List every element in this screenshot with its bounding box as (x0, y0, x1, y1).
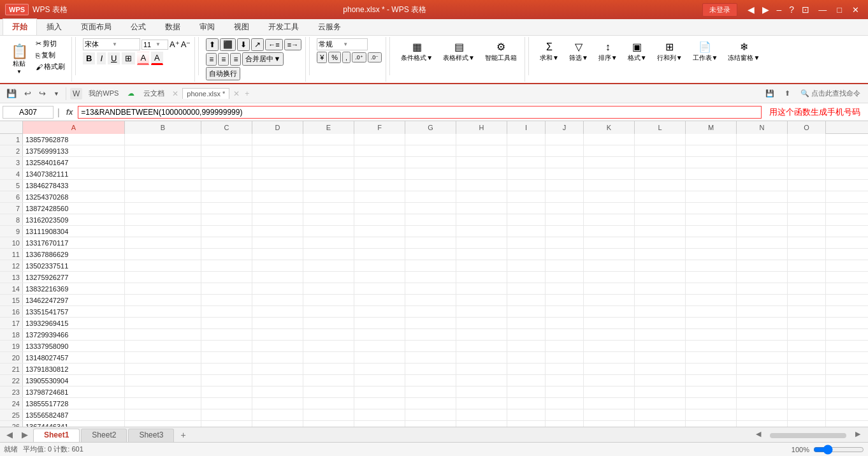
win-min-btn[interactable]: — (814, 4, 830, 16)
question-icon[interactable]: ? (786, 3, 797, 16)
table-row[interactable]: 1513462247297 (0, 295, 868, 306)
cell-empty[interactable] (507, 237, 546, 248)
bold-button[interactable]: B (83, 52, 95, 64)
zoom-slider[interactable] (813, 445, 864, 455)
cell-empty[interactable] (456, 283, 507, 294)
cell-empty[interactable] (546, 329, 584, 340)
cell-empty[interactable] (546, 318, 584, 328)
cell-empty[interactable] (635, 260, 686, 271)
cell-empty[interactable] (405, 237, 456, 248)
italic-button[interactable]: I (97, 52, 106, 64)
cell-empty[interactable] (201, 180, 252, 191)
cell-empty[interactable] (405, 203, 456, 214)
cell-empty[interactable] (686, 364, 737, 374)
cell-empty[interactable] (584, 283, 635, 294)
align-middle-btn[interactable]: ⬛ (220, 38, 236, 51)
cell-empty[interactable] (584, 203, 635, 214)
cell-empty[interactable] (788, 237, 826, 248)
cell-empty[interactable] (737, 375, 788, 386)
cell-empty[interactable] (405, 352, 456, 363)
cell-empty[interactable] (788, 272, 826, 283)
cell-empty[interactable] (125, 364, 201, 374)
cell-a-6[interactable]: 13254370268 (23, 191, 125, 202)
nav-right-icon[interactable]: ▶ (760, 3, 772, 16)
cell-empty[interactable] (507, 203, 546, 214)
cell-empty[interactable] (456, 168, 507, 179)
cell-empty[interactable] (456, 180, 507, 191)
cell-a-16[interactable]: 13351541757 (23, 306, 125, 317)
cell-empty[interactable] (125, 226, 201, 237)
cell-empty[interactable] (635, 237, 686, 248)
cell-empty[interactable] (507, 318, 546, 328)
cell-empty[interactable] (201, 364, 252, 374)
cell-empty[interactable] (456, 398, 507, 409)
border-button[interactable]: ⊞ (122, 52, 135, 64)
cell-empty[interactable] (737, 329, 788, 340)
cell-empty[interactable] (788, 249, 826, 260)
cell-empty[interactable] (788, 283, 826, 294)
cell-empty[interactable] (354, 341, 405, 351)
cell-empty[interactable] (201, 421, 252, 427)
cell-empty[interactable] (584, 168, 635, 179)
redo-icon[interactable]: ↪ (36, 87, 48, 99)
cell-empty[interactable] (456, 191, 507, 202)
cell-empty[interactable] (201, 226, 252, 237)
table-row[interactable]: 1813729939466 (0, 329, 868, 341)
cell-empty[interactable] (737, 341, 788, 351)
cell-empty[interactable] (788, 134, 826, 145)
table-row[interactable]: 813162023509 (0, 214, 868, 226)
table-row[interactable]: 313258401647 (0, 157, 868, 168)
cell-empty[interactable] (584, 214, 635, 225)
cell-empty[interactable] (252, 318, 303, 328)
cell-empty[interactable] (456, 364, 507, 374)
cell-empty[interactable] (303, 226, 354, 237)
cell-a-19[interactable]: 13337958090 (23, 341, 125, 351)
cell-empty[interactable] (125, 272, 201, 283)
cell-empty[interactable] (584, 260, 635, 271)
align-bottom-btn[interactable]: ⬇ (237, 38, 250, 51)
table-row[interactable]: 1013317670117 (0, 237, 868, 249)
font-decrease-btn[interactable]: A⁻ (181, 40, 191, 49)
cell-empty[interactable] (788, 191, 826, 202)
tab-data[interactable]: 数据 (156, 18, 190, 35)
cell-empty[interactable] (456, 318, 507, 328)
cell-empty[interactable] (252, 180, 303, 191)
tab-start[interactable]: 开始 (3, 18, 37, 35)
cell-empty[interactable] (686, 180, 737, 191)
cell-empty[interactable] (584, 157, 635, 168)
cell-empty[interactable] (303, 134, 354, 145)
table-row[interactable]: 1313275926277 (0, 272, 868, 283)
cell-empty[interactable] (303, 341, 354, 351)
cell-empty[interactable] (635, 318, 686, 328)
cell-empty[interactable] (635, 283, 686, 294)
cell-empty[interactable] (546, 421, 584, 427)
cell-empty[interactable] (252, 409, 303, 420)
cell-empty[interactable] (201, 398, 252, 409)
cell-empty[interactable] (201, 295, 252, 305)
align-center-btn[interactable]: ≡ (218, 53, 229, 66)
cell-empty[interactable] (737, 318, 788, 328)
cell-empty[interactable] (252, 398, 303, 409)
cell-empty[interactable] (737, 306, 788, 317)
cloud-icon[interactable]: ☁ (125, 88, 137, 99)
logo-small-icon[interactable]: W (70, 88, 82, 99)
cell-empty[interactable] (737, 283, 788, 294)
cell-a-2[interactable]: 13756999133 (23, 145, 125, 156)
cell-empty[interactable] (788, 306, 826, 317)
table-row[interactable]: 1213502337511 (0, 260, 868, 272)
cell-a-10[interactable]: 13317670117 (23, 237, 125, 248)
cell-empty[interactable] (507, 191, 546, 202)
cell-empty[interactable] (125, 409, 201, 420)
cell-empty[interactable] (788, 180, 826, 191)
cell-empty[interactable] (125, 134, 201, 145)
font-name-dropdown[interactable]: 宋体 ▼ (83, 38, 140, 50)
cell-empty[interactable] (635, 306, 686, 317)
cell-empty[interactable] (303, 168, 354, 179)
cell-empty[interactable] (354, 191, 405, 202)
cell-empty[interactable] (354, 157, 405, 168)
cell-empty[interactable] (125, 249, 201, 260)
table-row[interactable]: 1113367886629 (0, 249, 868, 260)
cell-empty[interactable] (737, 145, 788, 156)
cell-empty[interactable] (354, 226, 405, 237)
cell-empty[interactable] (456, 237, 507, 248)
